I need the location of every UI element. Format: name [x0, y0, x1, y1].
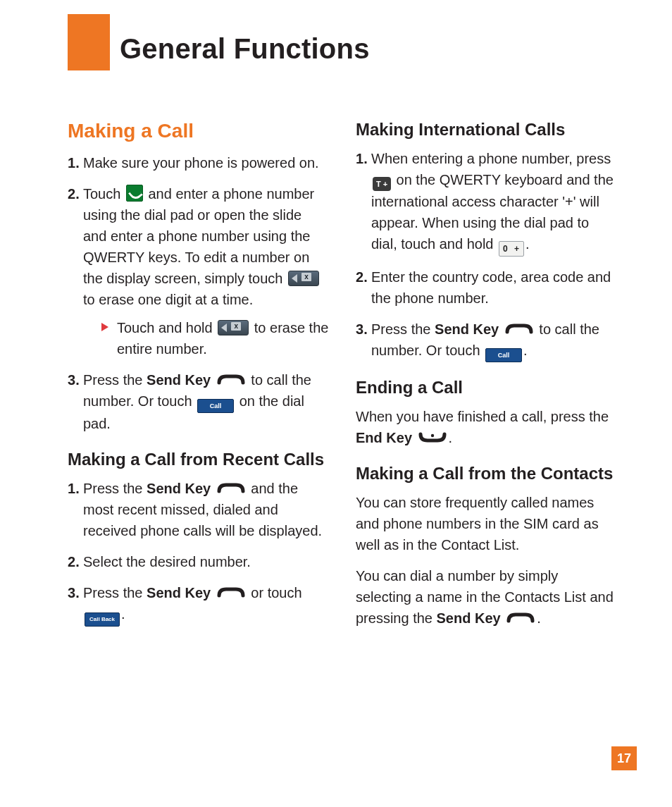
send-key-label: Send Key — [147, 481, 211, 496]
call-back-button-icon: Call Back — [85, 612, 120, 627]
send-key-icon — [216, 587, 246, 598]
step-1: When entering a phone number, press T + … — [356, 148, 617, 257]
step-text: When entering a phone number, press — [371, 151, 611, 166]
step-3: Press the Send Key or touch Call Back. — [68, 582, 329, 627]
send-key-label: Send Key — [147, 585, 211, 600]
send-key-icon — [216, 374, 246, 386]
step-text: or touch — [251, 585, 301, 600]
step-2: Select the desired number. — [68, 551, 329, 572]
call-button-icon: Call — [485, 348, 522, 362]
making-call-steps: Make sure your phone is powered on. Touc… — [68, 152, 329, 434]
step-text: Make sure your phone is powered on. — [83, 155, 319, 171]
left-column: Making a Call Make sure your phone is po… — [68, 120, 329, 639]
triangle-bullet-icon — [101, 323, 108, 331]
step-1: Make sure your phone is powered on. — [68, 152, 329, 173]
end-key-label: End Key — [356, 430, 412, 445]
international-steps: When entering a phone number, press T + … — [356, 148, 617, 362]
step-2: Touch and enter a phone number using the… — [68, 183, 329, 359]
step-text: . — [523, 343, 528, 358]
contacts-para-2: You can dial a number by simply selectin… — [356, 565, 617, 629]
heading-ending-call: Ending a Call — [356, 378, 617, 398]
heading-international-calls: Making International Calls — [356, 120, 617, 140]
send-key-label: Send Key — [147, 372, 211, 388]
para-text: When you have finished a call, press the — [356, 409, 609, 424]
phone-icon — [126, 185, 143, 202]
step-text: Press the — [83, 585, 147, 600]
para-text: . — [537, 610, 541, 626]
para-text: . — [449, 430, 453, 445]
step-text: Press the — [83, 372, 147, 388]
backspace-icon — [288, 271, 319, 286]
send-key-icon — [504, 324, 534, 335]
backspace-icon — [218, 320, 249, 335]
step-text: on the QWERTY keyboard and the internati… — [371, 172, 614, 252]
page-title: General Functions — [120, 33, 370, 65]
step-3: Press the Send Key to call the number. O… — [68, 369, 329, 434]
svg-point-0 — [430, 434, 433, 437]
ending-call-para: When you have finished a call, press the… — [356, 406, 617, 448]
send-key-icon — [506, 612, 535, 624]
step-3: Press the Send Key to call the number. O… — [356, 319, 617, 362]
call-button-icon: Call — [197, 399, 234, 413]
step-2: Enter the country code, area code and th… — [356, 266, 617, 309]
sub-text: Touch and hold — [117, 320, 216, 335]
step-text: Press the — [371, 321, 435, 337]
step-text: . — [525, 236, 530, 252]
send-key-label: Send Key — [435, 321, 499, 337]
content-columns: Making a Call Make sure your phone is po… — [68, 120, 617, 639]
heading-from-contacts: Making a Call from the Contacts — [356, 464, 617, 483]
send-key-icon — [216, 483, 246, 494]
header-accent-block — [68, 14, 110, 70]
step-text: Select the desired number. — [83, 554, 251, 569]
end-key-icon — [418, 431, 447, 444]
step-text: . — [121, 606, 125, 622]
step-text: Press the — [83, 481, 147, 496]
t-plus-key-icon: T + — [373, 177, 391, 191]
right-column: Making International Calls When entering… — [356, 120, 617, 639]
sub-bullet: Touch and hold to erase the entire numbe… — [83, 317, 329, 359]
step-1: Press the Send Key and the most recent m… — [68, 478, 329, 541]
step-text: Touch — [83, 186, 125, 202]
send-key-label: Send Key — [437, 610, 501, 626]
heading-recent-calls: Making a Call from Recent Calls — [68, 450, 329, 469]
recent-calls-steps: Press the Send Key and the most recent m… — [68, 478, 329, 627]
zero-plus-key-icon: 0 + — [499, 241, 524, 257]
step-text: to erase one digit at a time. — [83, 292, 253, 307]
heading-making-a-call: Making a Call — [68, 120, 329, 142]
step-text: Enter the country code, area code and th… — [371, 269, 611, 306]
page-number: 17 — [611, 746, 637, 770]
contacts-para-1: You can store frequently called names an… — [356, 492, 617, 555]
